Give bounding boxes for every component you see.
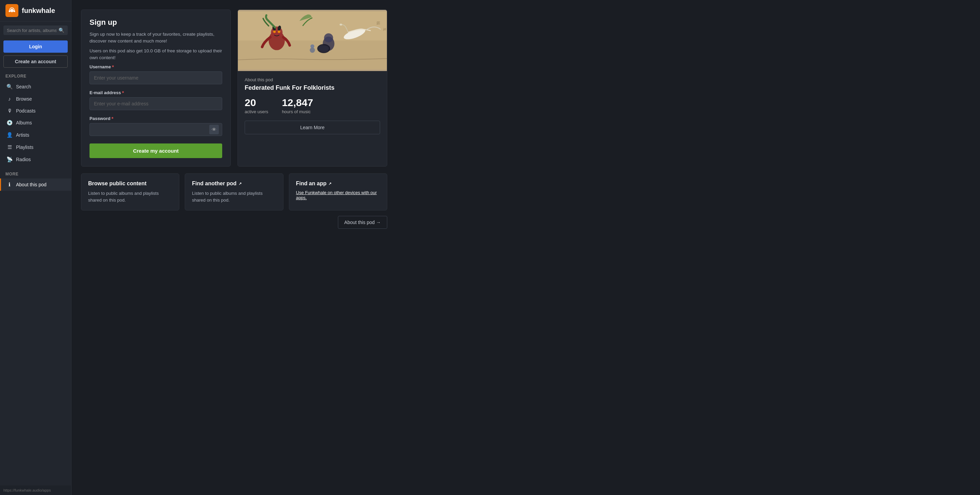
browse-public-card: Browse public content Listen to public a…: [81, 173, 179, 211]
username-group: Username *: [89, 64, 222, 84]
app-logo-text: funkwhale: [22, 7, 55, 14]
about-pod-footer-button[interactable]: About this pod →: [338, 216, 387, 229]
sidebar-item-podcasts[interactable]: 🎙 Podcasts: [0, 105, 71, 117]
active-users-value: 20: [245, 97, 268, 108]
pod-stats: 20 active users 12,847 hours of music: [245, 97, 380, 114]
browse-nav-icon: ♪: [6, 96, 13, 102]
sidebar-item-albums[interactable]: 💿 Albums: [0, 117, 71, 129]
username-label: Username *: [89, 64, 222, 70]
sidebar-item-search[interactable]: 🔍 Search: [0, 81, 71, 93]
password-wrap: 👁: [89, 123, 222, 136]
hours-stat: 12,847 hours of music: [282, 97, 313, 114]
toggle-password-button[interactable]: 👁: [209, 125, 219, 134]
sidebar-item-playlists[interactable]: ☰ Playlists: [0, 141, 71, 153]
artists-nav-icon: 👤: [6, 132, 13, 138]
username-required: *: [112, 64, 114, 70]
sidebar-item-about-label: About this pod: [16, 182, 47, 187]
create-account-sidebar-button[interactable]: Create an account: [3, 56, 68, 68]
pod-artwork: 福 鬼: [238, 10, 387, 71]
about-pod-footer: About this pod →: [81, 216, 387, 229]
signup-title: Sign up: [89, 18, 222, 27]
status-url: https://funkwhale.audio/apps: [3, 488, 51, 492]
username-input[interactable]: [89, 71, 222, 84]
search-box[interactable]: 🔍: [3, 25, 68, 35]
sidebar-item-albums-label: Albums: [16, 120, 32, 125]
search-nav-icon: 🔍: [6, 84, 13, 90]
about-nav-icon: ℹ: [6, 182, 13, 188]
explore-section-label: Explore: [0, 69, 71, 81]
sidebar-item-search-label: Search: [16, 84, 31, 89]
sidebar-item-about[interactable]: ℹ About this pod: [0, 178, 71, 191]
find-pod-title: Find another pod ↗: [192, 181, 276, 187]
find-app-title: Find an app ↗: [296, 181, 380, 187]
content-grid: Sign up Sign up now to keep a track of y…: [81, 10, 387, 167]
signup-card: Sign up Sign up now to keep a track of y…: [81, 10, 231, 167]
find-app-card: Find an app ↗ Use Funkwhale on other dev…: [289, 173, 387, 211]
svg-point-7: [340, 24, 342, 25]
password-input[interactable]: [89, 123, 222, 136]
svg-point-17: [318, 45, 329, 52]
sidebar-item-browse-label: Browse: [16, 96, 32, 102]
sidebar-item-playlists-label: Playlists: [16, 144, 33, 150]
app-logo-icon: [5, 4, 18, 17]
sidebar-item-radios[interactable]: 📡 Radios: [0, 153, 71, 165]
bottom-cards: Browse public content Listen to public a…: [81, 173, 387, 211]
find-pod-desc: Listen to public albums and playlists sh…: [192, 190, 276, 203]
albums-nav-icon: 💿: [6, 120, 13, 126]
svg-rect-5: [238, 11, 387, 40]
signup-desc1: Sign up now to keep a track of your favo…: [89, 31, 222, 45]
pod-card: 福 鬼 About this pod Federated Funk For Fo…: [237, 10, 387, 167]
browse-public-desc: Listen to public albums and playlists sh…: [88, 190, 172, 203]
search-input[interactable]: [7, 28, 56, 33]
email-input[interactable]: [89, 97, 222, 110]
sidebar-item-artists[interactable]: 👤 Artists: [0, 129, 71, 141]
main-content: Sign up Sign up now to keep a track of y…: [72, 0, 980, 495]
svg-point-12: [273, 30, 276, 33]
hours-value: 12,847: [282, 97, 313, 108]
pod-name: Federated Funk For Folklorists: [245, 84, 380, 92]
password-label: Password *: [89, 116, 222, 121]
browse-public-title: Browse public content: [88, 181, 172, 187]
find-app-link[interactable]: Use Funkwhale on other devices with our …: [296, 190, 380, 200]
email-required: *: [122, 90, 124, 95]
svg-point-1: [9, 11, 11, 12]
email-label: E-mail address *: [89, 90, 222, 95]
sidebar-logo: funkwhale: [0, 0, 71, 21]
signup-desc2: Users on this pod also get 10.0 GB of fr…: [89, 48, 222, 62]
find-app-external-icon: ↗: [328, 182, 331, 186]
email-group: E-mail address *: [89, 90, 222, 110]
sidebar-item-artists-label: Artists: [16, 132, 29, 138]
active-users-label: active users: [245, 109, 268, 114]
sidebar-item-radios-label: Radios: [16, 157, 31, 162]
pod-info: About this pod Federated Funk For Folklo…: [238, 71, 387, 166]
playlists-nav-icon: ☰: [6, 144, 13, 150]
svg-text:鬼: 鬼: [383, 27, 387, 31]
sidebar-item-browse[interactable]: ♪ Browse: [0, 93, 71, 105]
more-section-label: More: [0, 165, 71, 178]
password-group: Password * 👁: [89, 116, 222, 136]
svg-point-18: [310, 48, 315, 53]
svg-point-0: [10, 9, 14, 12]
svg-point-13: [278, 30, 280, 33]
find-pod-card: Find another pod ↗ Listen to public albu…: [185, 173, 283, 211]
search-icon[interactable]: 🔍: [59, 27, 64, 33]
podcasts-nav-icon: 🎙: [6, 108, 13, 114]
svg-point-2: [14, 11, 15, 12]
external-link-icon: ↗: [239, 182, 242, 186]
svg-point-19: [310, 44, 314, 48]
create-account-button[interactable]: Create my account: [89, 143, 222, 158]
svg-point-15: [324, 33, 333, 43]
sidebar-item-podcasts-label: Podcasts: [16, 108, 36, 114]
status-bar: https://funkwhale.audio/apps: [0, 485, 71, 495]
hours-label: hours of music: [282, 109, 311, 114]
sidebar: funkwhale 🔍 Login Create an account Expl…: [0, 0, 72, 495]
password-required: *: [111, 116, 113, 121]
radios-nav-icon: 📡: [6, 156, 13, 162]
active-users-stat: 20 active users: [245, 97, 268, 114]
login-button[interactable]: Login: [3, 40, 68, 53]
pod-about-label: About this pod: [245, 77, 380, 82]
svg-text:福: 福: [376, 21, 380, 25]
learn-more-button[interactable]: Learn More: [245, 121, 380, 134]
